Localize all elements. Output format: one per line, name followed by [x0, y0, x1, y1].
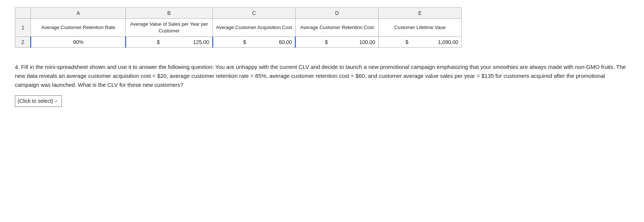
table-row-1: 1 Average Customer Retention Rate Averag…: [15, 19, 462, 37]
answer-dropdown[interactable]: (Click to select) ✓: [15, 95, 62, 107]
dropdown-label: (Click to select): [17, 97, 53, 105]
cell-B2-value: 125.00: [193, 39, 209, 45]
cell-A1[interactable]: Average Customer Retention Rate: [31, 19, 126, 37]
chevron-down-icon: ✓: [55, 98, 58, 104]
corner-cell: [15, 8, 31, 19]
cell-D1[interactable]: Average Customer Retention Cost: [296, 19, 379, 37]
col-header-C: C: [213, 8, 296, 19]
question-block: 4. Fill in the mini-spreadsheet shown an…: [15, 63, 629, 107]
row-number-1: 1: [15, 19, 31, 37]
cell-E1[interactable]: Customer Lifetime Vaue: [379, 19, 462, 37]
col-header-B: B: [126, 8, 213, 19]
cell-B2-prefix: $: [157, 39, 160, 45]
cell-B2[interactable]: $ 125.00: [126, 37, 213, 48]
cell-C1[interactable]: Average Customer Acquisition Cost: [213, 19, 296, 37]
question-text: 4. Fill in the mini-spreadsheet shown an…: [15, 63, 629, 89]
cell-E2-value: 1,090.00: [438, 39, 459, 45]
cell-E2[interactable]: $ 1,090.00: [379, 37, 462, 48]
cell-E2-prefix: $: [405, 39, 408, 45]
col-header-E: E: [379, 8, 462, 19]
cell-C2-value: 60.00: [279, 39, 292, 45]
cell-A2[interactable]: 90%: [31, 37, 126, 48]
cell-B1[interactable]: Average Value of Sales per Year per Cust…: [126, 19, 213, 37]
cell-C2-prefix: $: [243, 39, 246, 45]
col-header-A: A: [31, 8, 126, 19]
cell-D2-value: 100.00: [359, 39, 375, 45]
spreadsheet-table: A B C D E 1 Average Customer Retention R…: [15, 7, 462, 48]
cell-C2[interactable]: $ 60.00: [213, 37, 296, 48]
col-header-D: D: [296, 8, 379, 19]
cell-D2[interactable]: $ 100.00: [296, 37, 379, 48]
row-number-2: 2: [15, 37, 31, 48]
cell-D2-prefix: $: [325, 39, 328, 45]
spreadsheet-container: A B C D E 1 Average Customer Retention R…: [15, 7, 629, 48]
table-row-2: 2 90% $ 125.00 $ 60.00 $ 100.00: [15, 37, 462, 48]
